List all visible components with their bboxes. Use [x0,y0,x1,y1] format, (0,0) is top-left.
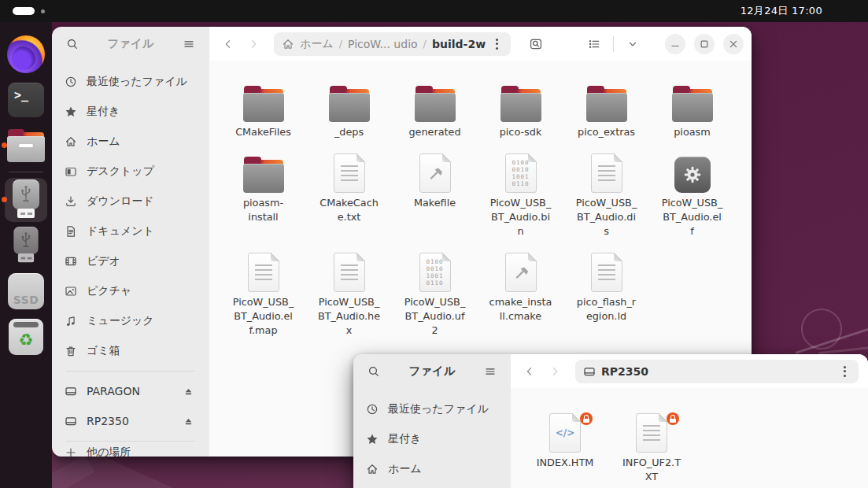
maximize-button[interactable] [694,34,715,54]
file-PicoW_USB_BT_Audio.elf[interactable]: PicoW_USB_BT_Audio.elf [649,150,735,238]
file-name: PicoW_USB_BT_Audio.uf2 [393,295,477,338]
dock-item-firefox[interactable] [0,31,52,77]
minimize-button[interactable] [665,34,685,54]
sidebar-item[interactable]: 星付き [57,97,205,127]
search-icon[interactable] [363,360,385,383]
hamburger-menu-icon[interactable] [479,360,501,383]
dock-item-files[interactable] [0,123,52,168]
running-indicator-dot [2,197,7,202]
file-name: CMakeCache.txt [308,196,391,224]
running-indicator-dot [2,142,7,148]
file-name: pico_extras [565,125,648,139]
file-CMakeFiles[interactable]: CMakeFiles [220,79,306,139]
sidebar-item-other-locations[interactable]: 他の場所 [57,438,205,457]
hamburger-menu-icon[interactable] [178,33,200,55]
breadcrumb-home[interactable]: ホーム [300,37,334,51]
sidebar-item[interactable]: ピクチャ [57,276,205,306]
sidebar-item[interactable]: 星付き [358,424,506,454]
breadcrumb[interactable]: RP2350 [575,360,859,383]
file-pico_flash_region.ld[interactable]: pico_flash_region.ld [563,250,649,338]
file-PicoW_USB_BT_Audio.dis[interactable]: PicoW_USB_BT_Audio.dis [563,150,649,238]
back-icon[interactable] [217,33,239,55]
file-icon-text [334,150,365,196]
file-name: PicoW_USB_BT_Audio.elf [651,196,734,238]
sidebar-item[interactable]: ホーム [358,454,506,484]
file-CMakeCache.txt[interactable]: CMakeCache.txt [306,150,392,238]
close-button[interactable] [723,34,744,54]
breadcrumb-parent[interactable]: PicoW... udio [348,38,418,50]
file-pico-sdk[interactable]: pico-sdk [478,79,563,139]
drive-icon [583,365,596,378]
breadcrumb[interactable]: ホーム / PicoW... udio / build-2w [274,32,511,56]
file-generated[interactable]: generated [392,79,478,139]
list-view-icon[interactable] [583,33,605,55]
file-INFO_UF2.TXT[interactable]: INFO_UF2.TXT [608,410,695,484]
file-PicoW_USB_BT_Audio.bin[interactable]: 0100001010010110PicoW_USB_BT_Audio.bin [478,150,563,238]
file-PicoW_USB_BT_Audio.hex[interactable]: PicoW_USB_BT_Audio.hex [306,250,392,338]
file-pioasm[interactable]: pioasm [649,79,735,139]
file-PicoW_USB_BT_Audio.uf2[interactable]: 0100001010010110PicoW_USB_BT_Audio.uf2 [392,250,478,338]
folder-icon [415,86,456,122]
file-icon-executable [674,150,711,196]
document-icon [65,225,77,238]
sidebar-drive-rp2350[interactable]: RP2350 [57,406,205,436]
forward-icon[interactable] [242,33,264,55]
file-icon-folder [243,150,284,196]
text-file-icon [591,153,622,193]
folder-icon [672,86,713,122]
file-cmake_install.cmake[interactable]: cmake_install.cmake [478,250,563,338]
dock-item-usb-drive[interactable] [0,177,52,223]
breadcrumb-current: RP2350 [601,365,648,378]
home-icon [366,463,379,475]
file-_deps[interactable]: _deps [306,79,392,139]
breadcrumb-current: build-2w [432,38,486,50]
sidebar-item[interactable]: ホーム [57,127,205,157]
file-pioasm-install[interactable]: pioasm-install [220,150,306,238]
file-name: pioasm [651,125,734,139]
file-INDEX.HTM[interactable]: </>INDEX.HTM [522,410,608,484]
file-pico_extras[interactable]: pico_extras [563,79,649,139]
workspace-indicator[interactable] [13,0,45,22]
sidebar-item[interactable]: ドキュメント [57,216,205,246]
clock[interactable]: 12月24日 17:00 [741,0,822,22]
sidebar-item[interactable]: ゴミ箱 [57,336,205,366]
sidebar-item[interactable]: 最近使ったファイル [57,67,205,97]
dock-item-usb-drive-2[interactable] [0,223,52,268]
video-icon [65,255,77,268]
dock-item-ssd-drive[interactable]: SSD [0,268,52,314]
search-icon[interactable] [61,33,83,55]
recent-icon [366,403,379,416]
sidebar-item-label: RP2350 [87,415,170,427]
path-menu-icon[interactable] [839,363,851,380]
dock-item-trash[interactable]: ♻ [0,314,52,360]
eject-icon[interactable] [179,383,197,400]
recent-icon [65,76,77,88]
file-PicoW_USB_BT_Audio.elf.map[interactable]: PicoW_USB_BT_Audio.elf.map [220,250,306,338]
search-folder-icon[interactable] [525,33,547,55]
folder-icon [329,86,370,122]
file-name: PicoW_USB_BT_Audio.dis [565,196,648,238]
file-icon-html: </> [549,410,581,456]
sidebar-item[interactable]: ミュージック [57,306,205,336]
window-title: ファイル [385,364,479,379]
top-bar: 12月24日 17:00 [0,0,868,22]
window-title: ファイル [83,36,178,51]
firefox-icon [7,35,45,73]
sidebar-drive-paragon[interactable]: PARAGON [57,376,205,406]
sidebar-item[interactable]: デスクトップ [57,157,205,187]
eject-icon[interactable] [179,412,197,430]
headerbar-actions [525,33,644,55]
file-icon-makefile [505,250,537,295]
forward-icon[interactable] [544,360,566,383]
sidebar-item[interactable]: ダウンロード [57,187,205,216]
sidebar-item[interactable]: 最近使ったファイル [358,394,506,424]
build-script-file-icon [505,253,537,292]
path-menu-icon[interactable] [491,35,503,53]
back-icon[interactable] [519,360,541,383]
sidebar-item[interactable]: ビデオ [57,246,205,276]
view-options-chevron-icon[interactable] [622,33,644,55]
sidebar-item-label: 他の場所 [87,445,197,457]
workspace-dot [41,9,45,13]
dock-item-terminal[interactable]: >_ [0,77,52,123]
file-Makefile[interactable]: Makefile [392,150,478,238]
